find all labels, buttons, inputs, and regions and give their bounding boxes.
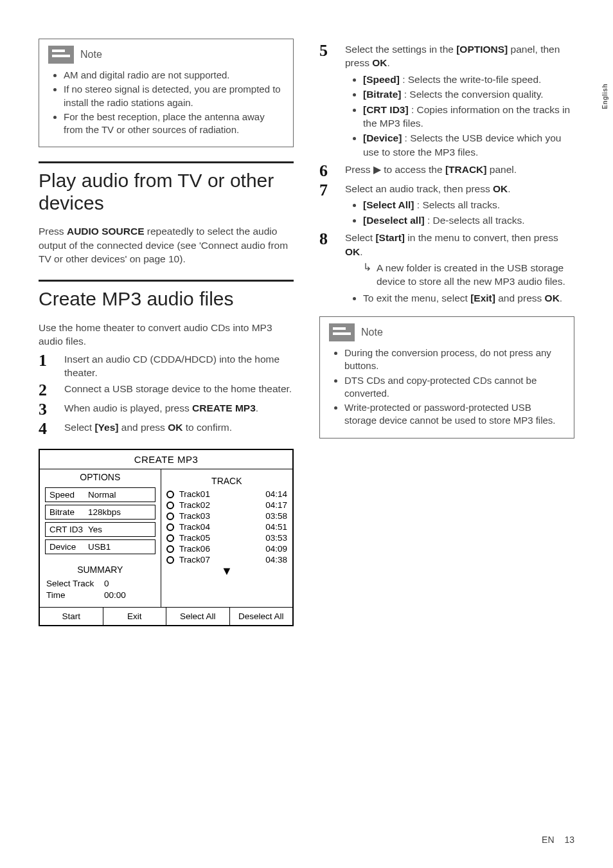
heading-play-audio: Play audio from TV or other devices (39, 170, 294, 214)
note-item: If no stereo signal is detected, you are… (64, 83, 284, 109)
track-row[interactable]: Track0204:17 (166, 500, 287, 511)
option-value: USB1 (88, 542, 111, 552)
exit-label: [Exit] (470, 293, 495, 303)
track-name: Track06 (179, 544, 250, 554)
create-mp3-label: CREATE MP3 (192, 402, 256, 413)
item-bold: [Speed] (363, 74, 400, 85)
note-title: Note (361, 327, 383, 338)
note-item: Write-protected or password-protected US… (344, 401, 565, 428)
step-number: 2 (39, 382, 55, 399)
step-7: 7 Select an audio track, then press OK. … (319, 182, 574, 228)
note-item: DTS CDs and copy-protected CDs cannot be… (344, 374, 565, 401)
track-name: Track07 (179, 555, 250, 565)
radio-icon (166, 556, 174, 564)
footer-page-number: 13 (564, 835, 574, 845)
note-item: During the conversion process, do not pr… (344, 347, 565, 373)
track-label: [TRACK] (445, 164, 487, 175)
track-row[interactable]: Track0604:09 (166, 543, 287, 554)
track-row[interactable]: Track0404:51 (166, 521, 287, 532)
step-5: 5 Select the settings in the [OPTIONS] p… (319, 42, 574, 160)
result-arrow-icon: ↳ (363, 261, 371, 289)
track-heading: TRACK (166, 473, 287, 489)
step-body: Select [Yes] and press OK to confirm. (64, 420, 294, 437)
result-text: A new folder is created in the USB stora… (377, 261, 574, 289)
start-button[interactable]: Start (40, 608, 103, 625)
track-row[interactable]: Track0704:38 (166, 554, 287, 565)
track-name: Track01 (179, 489, 250, 499)
track-row[interactable]: Track0503:53 (166, 532, 287, 543)
right-column: 5 Select the settings in the [OPTIONS] p… (319, 39, 574, 626)
screen-button-row: Start Exit Select All Deselect All (40, 607, 292, 625)
track-row[interactable]: Track0104:14 (166, 489, 287, 500)
screen-right-panel: TRACK Track0104:14 Track0204:17 Track030… (161, 469, 292, 607)
page-footer: EN 13 (542, 835, 574, 845)
select-all-button[interactable]: Select All (166, 608, 229, 625)
deselect-all-button[interactable]: Deselect All (229, 608, 293, 625)
option-row-bitrate[interactable]: Bitrate128kbps (45, 505, 155, 520)
play-right-icon: ▶ (373, 164, 381, 175)
option-row-crtid3[interactable]: CRT ID3Yes (45, 522, 155, 537)
step-body: Select the settings in the [OPTIONS] pan… (345, 42, 574, 160)
note-icon (48, 46, 74, 64)
item-bold: [Select All] (363, 199, 414, 210)
summary-key: Select Track (46, 579, 104, 588)
track-row[interactable]: Track0303:58 (166, 511, 287, 521)
left-column: Note AM and digital radio are not suppor… (39, 39, 294, 626)
step-number: 3 (39, 401, 55, 418)
note-title: Note (80, 49, 102, 60)
columns: Note AM and digital radio are not suppor… (39, 39, 574, 626)
scroll-down-icon[interactable]: ▼ (166, 565, 287, 577)
heading-create-mp3: Create MP3 audio files (39, 288, 294, 311)
track-time: 03:53 (255, 533, 287, 543)
svg-rect-2 (52, 55, 70, 57)
track-time: 04:14 (255, 489, 287, 499)
mp3-intro: Use the home theater to convert audio CD… (39, 321, 294, 348)
track-name: Track02 (179, 500, 250, 510)
step-body: Insert an audio CD (CDDA/HDCD) into the … (64, 352, 294, 380)
exit-button[interactable]: Exit (103, 608, 166, 625)
track-time: 04:17 (255, 500, 287, 510)
text: panel. (486, 164, 517, 175)
item-text: : Selects the write-to-file speed. (400, 74, 542, 85)
text: to access the (381, 164, 445, 175)
result-row: ↳ A new folder is created in the USB sto… (345, 261, 574, 289)
text: Select (345, 232, 375, 243)
radio-icon (166, 534, 174, 542)
step-1: 1 Insert an audio CD (CDDA/HDCD) into th… (39, 352, 294, 380)
summary-row: Time00:00 (46, 590, 154, 600)
step-number: 6 (319, 163, 336, 179)
text: Press (39, 226, 67, 237)
list-item: [Speed] : Selects the write-to-file spee… (363, 73, 574, 86)
step-number: 5 (319, 42, 336, 160)
text: and press (495, 293, 545, 303)
radio-icon (166, 512, 174, 520)
option-row-speed[interactable]: SpeedNormal (45, 487, 155, 502)
step-number: 1 (39, 352, 55, 380)
note-box-1: Note AM and digital radio are not suppor… (39, 39, 294, 147)
list-item: [Deselect all] : De-selects all tracks. (363, 213, 574, 227)
track-time: 03:58 (255, 511, 287, 521)
option-value: Normal (88, 490, 116, 500)
track-time: 04:09 (255, 544, 287, 554)
note-list: AM and digital radio are not supported. … (48, 69, 284, 136)
section-rule (39, 280, 294, 282)
step-2: 2 Connect a USB storage device to the ho… (39, 382, 294, 399)
screen-title: CREATE MP3 (40, 450, 292, 469)
item-bold: [CRT ID3] (363, 104, 409, 115)
svg-rect-4 (333, 327, 346, 330)
option-row-device[interactable]: DeviceUSB1 (45, 539, 155, 554)
option-key: Bitrate (49, 507, 88, 517)
text: in the menu to convert, then press (405, 232, 558, 243)
yes-label: [Yes] (94, 422, 118, 433)
text: . (360, 246, 362, 257)
summary-key: Time (46, 590, 104, 600)
text: When audio is played, press (64, 402, 192, 413)
summary-heading: SUMMARY (40, 562, 161, 577)
options-label: [OPTIONS] (456, 44, 508, 55)
step-3: 3 When audio is played, press CREATE MP3… (39, 401, 294, 418)
text: Select an audio track, then press (345, 183, 493, 194)
text: . (508, 183, 510, 194)
play-audio-body: Press AUDIO SOURCE repeatedly to select … (39, 224, 294, 266)
list-item: [CRT ID3] : Copies information on the tr… (363, 103, 574, 131)
page: English Note AM and digital radio are (0, 0, 613, 868)
